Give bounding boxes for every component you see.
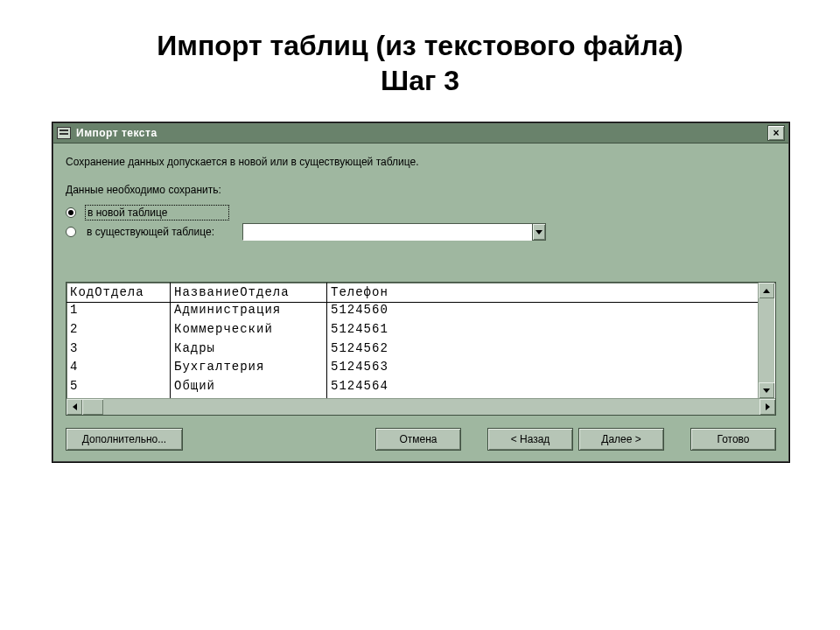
- combo-input[interactable]: [242, 223, 532, 241]
- table-row: 3 Кадры 5124562: [66, 341, 758, 360]
- client-area: Сохранение данных допускается в новой ил…: [53, 144, 788, 461]
- chevron-right-icon: [766, 403, 770, 410]
- preview-area: КодОтдела НазваниеОтдела Телефон 1 Админ…: [66, 282, 776, 416]
- chevron-left-icon: [73, 403, 77, 410]
- next-button[interactable]: Далее >: [578, 428, 664, 451]
- slide-title: Импорт таблиц (из текстового файла) Шаг …: [0, 0, 840, 98]
- radio-existing-table[interactable]: [66, 227, 76, 237]
- slide-title-line2: Шаг 3: [381, 65, 459, 96]
- window-title: Импорт текста: [76, 127, 767, 139]
- slide-title-line1: Импорт таблиц (из текстового файла): [157, 30, 682, 61]
- wizard-window: Импорт текста × Сохранение данных допуск…: [52, 122, 789, 462]
- col-header: Телефон: [327, 283, 759, 303]
- vertical-scrollbar[interactable]: [758, 283, 774, 398]
- table-row: 1 Администрация 5124560: [66, 303, 758, 322]
- scroll-thumb[interactable]: [82, 399, 103, 415]
- chevron-down-icon: [536, 230, 542, 234]
- table-row: 2 Коммерческий 5124561: [66, 322, 758, 341]
- chevron-down-icon: [763, 388, 770, 393]
- chevron-up-icon: [763, 289, 770, 293]
- info-text: Сохранение данных допускается в новой ил…: [66, 156, 776, 168]
- col-header: КодОтдела: [66, 283, 171, 303]
- back-button[interactable]: < Назад: [487, 428, 573, 451]
- table-row: 4 Бухгалтерия 5124563: [66, 360, 758, 379]
- combo-dropdown-button[interactable]: [532, 223, 546, 241]
- radio-existing-label: в существующей таблице:: [85, 225, 216, 239]
- preview-table: КодОтдела НазваниеОтдела Телефон 1 Админ…: [66, 283, 758, 398]
- cancel-button[interactable]: Отмена: [375, 428, 461, 451]
- scroll-up-button[interactable]: [759, 283, 774, 298]
- table-row: 5 Общий 5124564: [66, 379, 758, 398]
- preview-header-row: КодОтдела НазваниеОтдела Телефон: [66, 283, 758, 303]
- scroll-track[interactable]: [103, 399, 760, 415]
- scroll-left-button[interactable]: [66, 399, 82, 415]
- save-prompt: Данные необходимо сохранить:: [66, 184, 776, 196]
- titlebar[interactable]: Импорт текста ×: [53, 123, 788, 144]
- existing-table-combo[interactable]: [242, 223, 546, 241]
- button-bar: Дополнительно... Отмена < Назад Далее > …: [66, 428, 776, 451]
- radio-row-new[interactable]: в новой таблице: [66, 203, 776, 222]
- horizontal-scrollbar[interactable]: [66, 398, 775, 415]
- radio-dot-icon: [68, 210, 74, 215]
- window-icon: [57, 127, 71, 139]
- scroll-right-button[interactable]: [760, 399, 775, 415]
- finish-button[interactable]: Готово: [690, 428, 776, 451]
- radio-row-existing[interactable]: в существующей таблице:: [66, 222, 776, 242]
- scroll-down-button[interactable]: [759, 382, 774, 398]
- advanced-button[interactable]: Дополнительно...: [66, 428, 183, 451]
- col-header: НазваниеОтдела: [171, 283, 327, 303]
- radio-new-label: в новой таблице: [85, 205, 229, 220]
- preview-box: КодОтдела НазваниеОтдела Телефон 1 Админ…: [66, 282, 776, 416]
- radio-new-table[interactable]: [66, 207, 76, 218]
- close-button[interactable]: ×: [767, 125, 785, 141]
- close-icon: ×: [773, 127, 779, 139]
